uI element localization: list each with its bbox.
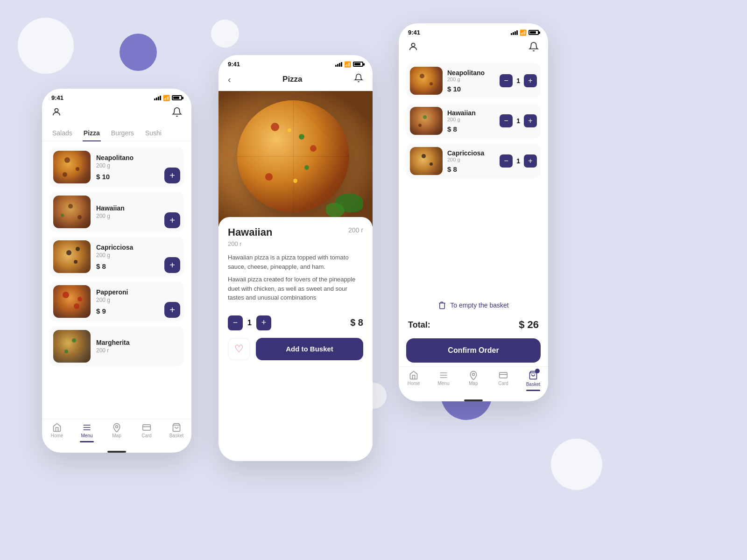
qty-price-row: − 1 + $ 8 bbox=[228, 315, 363, 330]
home-indicator-1 bbox=[107, 451, 126, 453]
item-info-margherita: Margherita 200 r bbox=[96, 339, 180, 354]
basket-qty-plus-2[interactable]: + bbox=[524, 114, 537, 127]
nav-card-1[interactable]: Card bbox=[132, 423, 162, 442]
category-tabs: Salads Pizza Burgers Sushi bbox=[42, 126, 191, 141]
tab-pizza[interactable]: Pizza bbox=[83, 126, 101, 141]
item-name: Neapolitano bbox=[96, 154, 180, 161]
bell-icon-3[interactable] bbox=[529, 42, 539, 54]
basket-info-capricciosa: Capricciosa 200 g $ 8 bbox=[447, 149, 495, 173]
list-item[interactable]: Capricciosa 200 g $ 8 + bbox=[49, 237, 184, 277]
nav-card-3[interactable]: Card bbox=[488, 371, 518, 391]
nav-menu-3[interactable]: Menu bbox=[429, 371, 458, 391]
signal-icon-3 bbox=[511, 30, 518, 35]
status-bar-1: 9:41 📶 bbox=[42, 89, 191, 103]
basket-qty-control-3: − 1 + bbox=[500, 154, 537, 168]
item-image-capricciosa bbox=[53, 240, 91, 273]
basket-item-price: $ 10 bbox=[447, 85, 495, 93]
signal-icon-1 bbox=[154, 96, 161, 100]
tab-sushi[interactable]: Sushi bbox=[144, 126, 162, 141]
add-button-hawaiian[interactable]: + bbox=[164, 212, 180, 228]
total-label: Total: bbox=[408, 320, 430, 330]
svg-point-4 bbox=[116, 426, 118, 428]
quantity-control: − 1 + bbox=[228, 315, 271, 330]
add-to-basket-button[interactable]: Add to Busket bbox=[256, 338, 363, 360]
desc-p1: Hawaiian pizza is a pizza topped with to… bbox=[228, 253, 363, 271]
user-icon-1 bbox=[51, 107, 62, 120]
pizza-detail-header: Hawaiian 200 r 200 r bbox=[228, 226, 363, 247]
tab-burgers[interactable]: Burgers bbox=[110, 126, 135, 141]
list-item[interactable]: Margherita 200 r bbox=[49, 326, 184, 366]
qty-increase-btn[interactable]: + bbox=[256, 315, 271, 330]
pizza-detail-weight: 200 r bbox=[348, 226, 363, 234]
total-amount: $ 26 bbox=[519, 319, 539, 331]
wifi-icon-1: 📶 bbox=[163, 95, 170, 101]
status-icons-2: 📶 bbox=[335, 61, 363, 68]
hero-pizza-visual bbox=[237, 100, 349, 212]
back-button[interactable]: ‹ bbox=[228, 74, 231, 85]
item-price-display: $ 8 bbox=[350, 317, 363, 328]
basket-item-name: Neapolitano bbox=[447, 69, 495, 77]
nav-menu-1[interactable]: Menu bbox=[72, 423, 102, 442]
add-button-papperoni[interactable]: + bbox=[164, 302, 180, 318]
qty-number: 1 bbox=[247, 319, 252, 327]
deco-circle-purple-top bbox=[120, 34, 157, 71]
deco-circle-white-bottom-right bbox=[551, 439, 602, 490]
basket-img-hawaiian bbox=[410, 107, 443, 135]
nav-home-label-3: Home bbox=[408, 381, 420, 386]
basket-item-weight: 200 g bbox=[447, 157, 495, 162]
nav-basket-1[interactable]: Basket bbox=[162, 423, 191, 442]
add-button-neapolitano[interactable]: + bbox=[164, 168, 180, 183]
nav-home-3[interactable]: Home bbox=[399, 371, 429, 391]
status-icons-3: 📶 bbox=[511, 29, 539, 36]
basket-qty-minus-2[interactable]: − bbox=[500, 114, 513, 127]
list-item[interactable]: Hawaiian 200 g + bbox=[49, 192, 184, 232]
confirm-order-button[interactable]: Confirm Order bbox=[406, 338, 541, 363]
nav-active-indicator-3 bbox=[526, 390, 540, 391]
basket-qty-plus-1[interactable]: + bbox=[524, 74, 537, 87]
nav-home-1[interactable]: Home bbox=[42, 423, 72, 442]
total-row: Total: $ 26 bbox=[399, 315, 548, 335]
item-image-hawaiian bbox=[53, 196, 91, 228]
qty-decrease-btn[interactable]: − bbox=[228, 315, 243, 330]
pizza-detail-card: Hawaiian 200 r 200 r Hawaiian pizza is a… bbox=[218, 217, 373, 461]
basket-item-capricciosa: Capricciosa 200 g $ 8 − 1 + bbox=[406, 143, 541, 179]
favorite-button[interactable]: ♡ bbox=[228, 338, 250, 360]
battery-icon-1 bbox=[172, 95, 182, 100]
nav-home-label-1: Home bbox=[51, 433, 63, 438]
wifi-icon-2: 📶 bbox=[344, 61, 351, 68]
svg-rect-13 bbox=[500, 372, 507, 378]
action-row: ♡ Add to Busket bbox=[228, 338, 363, 360]
item-name: Papperoni bbox=[96, 288, 180, 296]
svg-point-12 bbox=[472, 373, 475, 376]
list-item[interactable]: Neapolitano 200 g $ 10 + bbox=[49, 147, 184, 187]
status-bar-3: 9:41 📶 bbox=[399, 23, 548, 38]
empty-basket-button[interactable]: To empty the basket bbox=[399, 297, 548, 313]
bell-icon-2[interactable] bbox=[354, 73, 363, 85]
item-name: Margherita bbox=[96, 339, 180, 346]
phone-detail: 9:41 📶 ‹ Pizza bbox=[218, 55, 373, 461]
list-item[interactable]: Papperoni 200 g $ 9 + bbox=[49, 281, 184, 322]
item-image-neapolitano bbox=[53, 151, 91, 183]
nav-map-3[interactable]: Map bbox=[458, 371, 488, 391]
nav-basket-label-3: Basket bbox=[526, 382, 541, 387]
add-button-capricciosa[interactable]: + bbox=[164, 257, 180, 273]
pizza-description: Hawaiian pizza is a pizza topped with to… bbox=[228, 253, 363, 306]
basket-info-neapolitano: Neapolitano 200 g $ 10 bbox=[447, 69, 495, 93]
phone-menu: 9:41 📶 Salads Pizza Burgers Sushi bbox=[42, 89, 191, 453]
deco-circle-white-top-left bbox=[18, 18, 74, 74]
tab-salads[interactable]: Salads bbox=[51, 126, 73, 141]
basket-qty-num-2: 1 bbox=[516, 117, 520, 125]
nav-basket-3[interactable]: Basket bbox=[518, 371, 548, 391]
basket-qty-minus-1[interactable]: − bbox=[500, 74, 513, 87]
nav-card-label-3: Card bbox=[498, 381, 508, 386]
bell-icon-1[interactable] bbox=[172, 107, 182, 120]
basket-qty-plus-3[interactable]: + bbox=[524, 154, 537, 168]
item-image-papperoni bbox=[53, 285, 91, 318]
svg-rect-5 bbox=[143, 425, 151, 430]
nav-menu-label-1: Menu bbox=[81, 433, 92, 438]
phone2-header: ‹ Pizza bbox=[218, 70, 373, 91]
phone2-title: Pizza bbox=[282, 75, 303, 84]
nav-map-1[interactable]: Map bbox=[102, 423, 132, 442]
nav-menu-label-3: Menu bbox=[437, 381, 449, 386]
basket-qty-minus-3[interactable]: − bbox=[500, 154, 513, 168]
